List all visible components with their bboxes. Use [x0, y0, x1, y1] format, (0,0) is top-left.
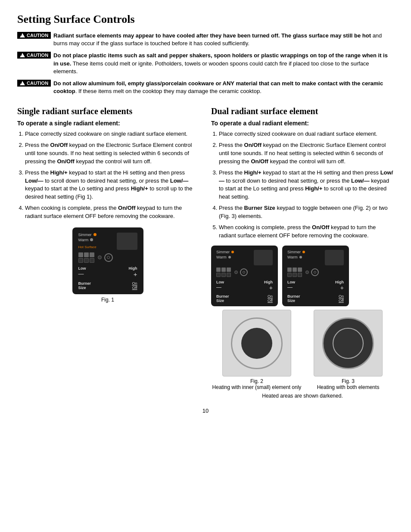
heated-note: Heated areas are shown darkened.: [211, 393, 394, 399]
keypad-grid: [78, 252, 94, 263]
panel-top: Simmer Warm Hot Surface: [78, 233, 137, 250]
warning-triangle-2: [20, 53, 25, 57]
dual-step-1: Place correctly sized cookware on dual r…: [219, 130, 394, 138]
burner-size-label: Burner: [78, 281, 91, 286]
dual-step-4: Press the Burner Size keypad to toggle b…: [219, 204, 394, 221]
fig2-display: [254, 250, 273, 265]
two-column-layout: Single radiant surface elements To opera…: [17, 100, 394, 399]
fig3-indicators: Simmer Warm: [287, 250, 305, 265]
low-symbol: —: [78, 271, 86, 277]
circle-dot: [98, 255, 102, 259]
warm-indicator: Warm: [78, 238, 97, 242]
high-symbol: +: [129, 271, 137, 278]
on-label: On: [132, 281, 137, 286]
caution-badge-3: CAUTION: [17, 80, 51, 87]
fig3-desc: Heating with both elements: [317, 384, 380, 390]
high-label: High: [129, 266, 137, 271]
simmer-dot: [93, 233, 97, 236]
target-circle: [104, 253, 113, 262]
right-column: Dual radiant surface element To operate …: [211, 100, 394, 399]
single-step-3: Press the High/+ keypad to start at the …: [25, 169, 198, 201]
hot-surface-label: Hot Surface: [78, 245, 97, 249]
single-subsection-title: To operate a single radiant element:: [17, 120, 198, 127]
low-btn: Low —: [78, 266, 86, 278]
caution-badge-1: CAUTION: [17, 32, 51, 39]
fig3-simmer: Simmer: [287, 250, 305, 254]
dual-subsection-title: To operate a dual radiant element:: [211, 120, 394, 127]
dual-step-3: Press the High/+ keypad to start at the …: [219, 169, 394, 201]
dual-step-5: When cooking is complete, press the On/O…: [219, 224, 394, 240]
fig2-warm-dot: [228, 256, 231, 258]
fig1-caption: Fig. 1: [101, 297, 114, 303]
off-label: Off: [132, 286, 137, 290]
dual-steps-list: Place correctly sized cookware on dual r…: [211, 130, 394, 240]
fig1-label: Fig. 1: [101, 297, 114, 303]
target-inner: [107, 256, 110, 259]
fig3-burner-col: Fig. 3 Heating with both elements: [302, 310, 394, 390]
fig3-panel-col: Simmer Warm: [282, 246, 349, 306]
fig1-wrapper: Simmer Warm Hot Surface: [17, 227, 198, 303]
high-btn: High +: [129, 266, 137, 278]
low-label: Low: [78, 266, 86, 271]
caution-3: CAUTION Do not allow aluminum foil, empt…: [17, 80, 394, 95]
keypad-cell-6: [90, 258, 94, 263]
burner-figures-row: Fig. 2 Heating with inner (small) elemen…: [211, 310, 394, 390]
burner-size-label2: Size: [78, 286, 91, 290]
fig3-display: [325, 250, 344, 265]
fig2-desc: Heating with inner (small) element only: [212, 384, 302, 390]
caution-text-3: Do not allow aluminum foil, empty glass/…: [53, 80, 394, 95]
fig3-top: Simmer Warm: [287, 250, 344, 265]
panel-indicators-left: Simmer Warm Hot Surface: [78, 233, 97, 250]
fig2-outer-ring: [231, 317, 283, 369]
caution-1: CAUTION Radiant surface elements may app…: [17, 32, 394, 47]
fig3-caption: Fig. 3 Heating with both elements: [317, 378, 380, 390]
fig2-keypad-row: [216, 268, 273, 277]
fig2-burner-display: [222, 310, 291, 376]
dual-panels-row: Simmer Warm: [211, 246, 394, 306]
single-step-1: Place correctly sized cookware on single…: [25, 130, 198, 138]
hot-surface-indicator: Hot Surface: [78, 243, 97, 249]
caution-badge-2: CAUTION: [17, 52, 51, 59]
fig2-burner-col: Fig. 2 Heating with inner (small) elemen…: [211, 310, 302, 390]
left-column: Single radiant surface elements To opera…: [17, 100, 198, 399]
keypad-cell-3: [90, 252, 94, 257]
dual-section-title: Dual radiant surface element: [211, 106, 394, 116]
keypad-cell-5: [84, 258, 89, 263]
fig3-burner-display: [314, 310, 383, 376]
fig3-label: Fig. 3: [317, 378, 380, 384]
panel-right-indicators: [98, 253, 113, 262]
caution-2: CAUTION Do not place plastic items such …: [17, 52, 394, 75]
page-title: Setting Surface Controls: [17, 13, 394, 26]
warm-label: Warm: [78, 238, 89, 242]
panel-display-area: [117, 233, 137, 250]
fig2-label: Fig. 2: [212, 378, 302, 384]
burner-onoff-row: Burner Size On Off: [78, 281, 137, 290]
fig2-inner-dark: [241, 328, 272, 359]
fig2-warm: Warm: [216, 255, 234, 259]
fig3-control-panel: Simmer Warm: [282, 246, 349, 306]
fig2-panel-col: Simmer Warm: [211, 246, 278, 306]
keypad-cell-2: [84, 252, 89, 257]
fig3-keypad: [287, 268, 302, 277]
fig2-simmer-dot: [231, 251, 234, 253]
fig3-keypad-row: [287, 268, 344, 277]
keypad-cell-4: [78, 258, 83, 263]
keypad-cell-1: [78, 252, 83, 257]
caution-text-1: Radiant surface elements may appear to h…: [53, 32, 394, 47]
single-step-4: When cooking is complete, press the On/O…: [25, 204, 198, 221]
warning-triangle-1: [20, 33, 25, 37]
on-off-btn: On Off: [132, 281, 137, 290]
fig3-warm: Warm: [287, 255, 305, 259]
fig3-simmer-dot: [302, 251, 305, 253]
fig1-panel: Simmer Warm Hot Surface: [72, 227, 143, 294]
caution-text-2: Do not place plastic items such as salt …: [53, 52, 394, 75]
single-steps-list: Place correctly sized cookware on single…: [17, 130, 198, 220]
fig3-outer-dark: [322, 317, 374, 369]
simmer-label: Simmer: [78, 233, 92, 237]
single-step-2: Press the On/Off keypad on the Electroni…: [25, 141, 198, 166]
low-high-row: Low — High +: [78, 266, 137, 278]
warning-triangle-3: [20, 81, 25, 85]
page-number: 10: [17, 408, 394, 414]
fig3-warm-dot: [299, 256, 302, 258]
fig2-indicators: Simmer Warm: [216, 250, 234, 265]
